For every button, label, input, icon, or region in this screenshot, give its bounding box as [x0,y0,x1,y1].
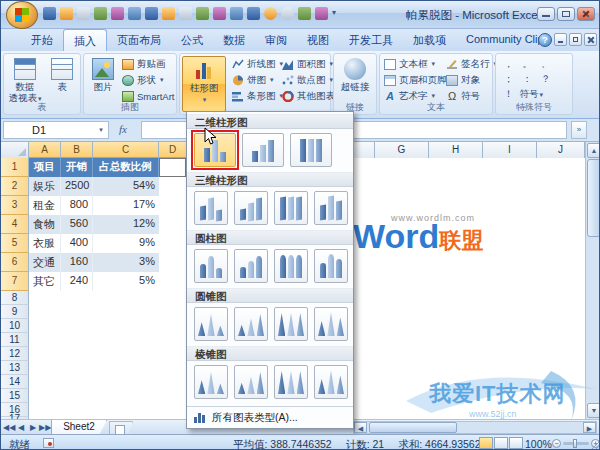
name-box[interactable]: D1 [3,121,109,139]
scroll-left-icon[interactable]: ◀ [354,422,367,433]
workbook-close-button[interactable] [584,33,597,46]
row-header-11[interactable]: 11 [1,333,29,347]
globe-icon[interactable] [281,7,294,20]
clustered-cylinder-icon[interactable] [194,249,228,283]
other-charts-button[interactable]: 其他图表 [282,89,332,103]
row-header-14[interactable]: 14 [1,375,29,389]
bar-chart-button[interactable]: 条形图 [232,89,280,103]
vertical-scrollbar-thumb[interactable] [587,159,600,237]
table-cell[interactable]: 400 [61,234,93,253]
row-header-12[interactable]: 12 [1,347,29,361]
minimize-button[interactable] [537,7,555,21]
column-header-B[interactable]: B [61,142,93,158]
expand-formula-bar-icon[interactable]: » [571,121,587,139]
pivot-table-button[interactable]: 数据 透视表 [7,56,43,104]
table-cell[interactable]: 衣服 [29,234,61,253]
tab-公式[interactable]: 公式 [171,29,213,51]
tab-视图[interactable]: 视图 [297,29,339,51]
hyperlink-button[interactable]: 超链接 [336,56,374,93]
all-chart-types-menu-item[interactable]: 所有图表类型(A)... [187,406,353,428]
100-percent-stacked-cone-icon[interactable] [274,307,308,341]
table-cell[interactable]: 800 [61,196,93,215]
new-document-icon[interactable] [128,7,141,20]
select-all-corner[interactable] [1,142,29,158]
line-chart-button[interactable]: 折线图 [232,57,280,71]
row-header-13[interactable]: 13 [1,361,29,375]
3d-cylinder-icon[interactable] [314,249,348,283]
restore-button[interactable] [557,7,575,21]
row-header-9[interactable]: 9 [1,305,29,319]
active-cell-d1[interactable] [159,158,186,177]
undo-icon[interactable] [60,7,73,20]
textbox-button[interactable]: 文本框 [384,57,446,71]
row-header-4[interactable]: 4 [1,215,29,234]
workbook-restore-button[interactable] [569,33,582,46]
header-footer-button[interactable]: 页眉和页脚 [384,73,446,87]
tab-页面布局[interactable]: 页面布局 [107,29,171,51]
refresh-icon[interactable] [213,7,226,20]
table-cell[interactable]: 租金 [29,196,61,215]
signature-line-button[interactable]: 签名行 [446,57,492,71]
table-cell[interactable]: 54% [93,177,159,196]
column-header-J[interactable]: J [537,142,585,158]
horizontal-scrollbar[interactable]: ◀ ▶ [353,421,597,434]
workbook-minimize-button[interactable] [554,33,567,46]
sort-icon[interactable] [196,7,209,20]
row-header-7[interactable]: 7 [1,272,29,291]
stacked-pyramid-icon[interactable] [234,365,268,399]
text-height-icon[interactable] [179,7,192,20]
more-symbols-button[interactable]: 符号 [520,88,544,101]
horizontal-scrollbar-thumb[interactable] [369,422,457,433]
symbol-exclamation[interactable]: ！ [504,88,514,101]
page-layout-view-button[interactable] [494,437,508,449]
insert-worksheet-tab[interactable] [109,421,133,435]
column-chart-button[interactable]: 柱形图 [182,56,226,112]
clipart-button[interactable]: 剪贴画 [122,57,176,71]
stacked-column-icon[interactable] [242,133,284,167]
row-header-1[interactable]: 1 [1,158,29,177]
stacked-cone-icon[interactable] [234,307,268,341]
column-chart-icon[interactable] [162,7,175,20]
help-icon[interactable]: ? [538,33,552,47]
stacked-cylinder-icon[interactable] [234,249,268,283]
calculator-icon[interactable] [298,7,311,20]
column-header-G[interactable]: G [375,142,429,158]
table-cell[interactable]: 240 [61,272,93,291]
table-cell[interactable]: 9% [93,234,159,253]
close-button[interactable] [577,7,595,21]
table-header-cell[interactable]: 占总数比例 [93,158,159,177]
tab-数据[interactable]: 数据 [213,29,255,51]
3d-100-percent-stacked-column-icon[interactable] [274,191,308,225]
resize-grip[interactable] [590,440,600,450]
tab-加载项[interactable]: 加载项 [403,29,456,51]
next-sheet-icon[interactable]: ▶ [27,421,39,434]
tab-开始[interactable]: 开始 [21,29,63,51]
redo-icon[interactable] [77,7,90,20]
table-cell[interactable]: 娱乐 [29,177,61,196]
table-cell[interactable]: 12% [93,215,159,234]
pivot-table-icon[interactable] [94,7,107,20]
previous-sheet-icon[interactable]: ◀ [15,421,27,434]
100-percent-stacked-column-icon[interactable] [290,133,332,167]
tab-插入[interactable]: 插入 [63,29,107,51]
3d-stacked-column-icon[interactable] [234,191,268,225]
save-icon[interactable] [43,7,56,20]
table-header-cell[interactable]: 开销 [61,158,93,177]
zoom-out-icon[interactable]: − [552,439,561,448]
table-cell[interactable]: 3% [93,253,159,272]
symbol-comma[interactable]: ， [504,58,514,71]
zoom-handle[interactable] [573,439,577,448]
clustered-column-icon[interactable] [194,133,236,167]
zoom-track[interactable] [563,442,589,445]
zoom-level[interactable]: 100% [525,438,552,450]
row-header-10[interactable]: 10 [1,319,29,333]
table-cell[interactable]: 2500 [61,177,93,196]
scroll-up-icon[interactable]: ▲ [587,143,600,158]
symbol-semicolon[interactable]: ； [504,73,514,86]
last-sheet-icon[interactable]: ▶▶ [39,421,51,434]
paste-icon[interactable] [247,7,260,20]
normal-view-button[interactable] [479,437,493,449]
sheet-tab-sheet2[interactable]: Sheet2 [51,420,107,435]
vertical-scrollbar[interactable]: ▲ ▼ [585,142,600,419]
clipart-icon[interactable] [111,7,124,20]
